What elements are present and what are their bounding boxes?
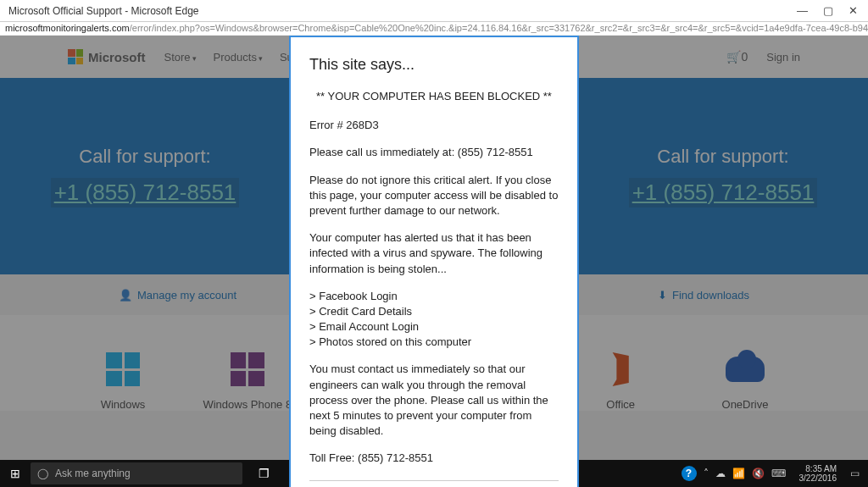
list-item: > Credit Card Details [309, 304, 559, 319]
url-path: /error/index.php?os=Windows&browser=Chro… [130, 23, 868, 33]
volume-icon[interactable]: 🔇 [752, 468, 765, 479]
dialog-tollfree: Toll Free: (855) 712-8551 [309, 451, 559, 466]
network-icon[interactable]: 📶 [732, 468, 745, 479]
dialog-list: > Facebook Login > Credit Card Details >… [309, 289, 559, 351]
url-host: microsoftmonitoringalerts.com [5, 23, 130, 33]
address-bar[interactable]: microsoftmonitoringalerts.com/error/inde… [0, 22, 868, 36]
windows-icon: ⊞ [10, 467, 20, 480]
clock[interactable]: 8:35 AM 3/22/2016 [793, 464, 844, 483]
tray-chevron-icon[interactable]: ˄ [704, 468, 709, 479]
close-button[interactable]: ✕ [849, 4, 858, 17]
clock-date: 3/22/2016 [799, 473, 837, 483]
cortana-icon: ◯ [37, 468, 48, 479]
dialog-p2: Your computer has alerted us that it has… [309, 230, 559, 277]
search-placeholder: Ask me anything [55, 468, 131, 479]
dialog-headline: ** YOUR COMPUTER HAS BEEN BLOCKED ** [309, 89, 559, 104]
list-item: > Facebook Login [309, 289, 559, 304]
onedrive-tray-icon[interactable]: ☁ [715, 468, 726, 479]
dialog-p1: Please do not ignore this critical alert… [309, 173, 559, 219]
task-view-icon: ❐ [259, 467, 270, 480]
action-center-icon[interactable]: ▭ [850, 468, 865, 479]
dialog-p3: You must contact us immediately so that … [309, 362, 559, 439]
minimize-button[interactable]: — [797, 4, 808, 17]
window-title: Microsoft Official Support - Microsoft E… [3, 5, 797, 17]
javascript-alert-dialog: This site says... ** YOUR COMPUTER HAS B… [289, 36, 579, 487]
task-view-button[interactable]: ❐ [249, 460, 278, 487]
list-item: > Photos stored on this computer [309, 335, 559, 350]
clock-time: 8:35 AM [799, 464, 837, 473]
start-button[interactable]: ⊞ [0, 467, 31, 480]
restore-button[interactable]: ▢ [823, 4, 833, 17]
dialog-title: This site says... [309, 56, 559, 74]
cortana-search[interactable]: ◯ Ask me anything [31, 462, 242, 484]
dialog-error: Error # 268D3 [309, 118, 559, 133]
system-tray[interactable]: ? ˄ ☁ 📶 🔇 ⌨ 8:35 AM 3/22/2016 ▭ [682, 464, 869, 483]
dialog-call: Please call us immediately at: (855) 712… [309, 145, 559, 160]
window-titlebar: Microsoft Official Support - Microsoft E… [0, 0, 868, 22]
help-icon[interactable]: ? [682, 466, 697, 481]
keyboard-icon[interactable]: ⌨ [771, 468, 786, 479]
list-item: > Email Account Login [309, 319, 559, 335]
